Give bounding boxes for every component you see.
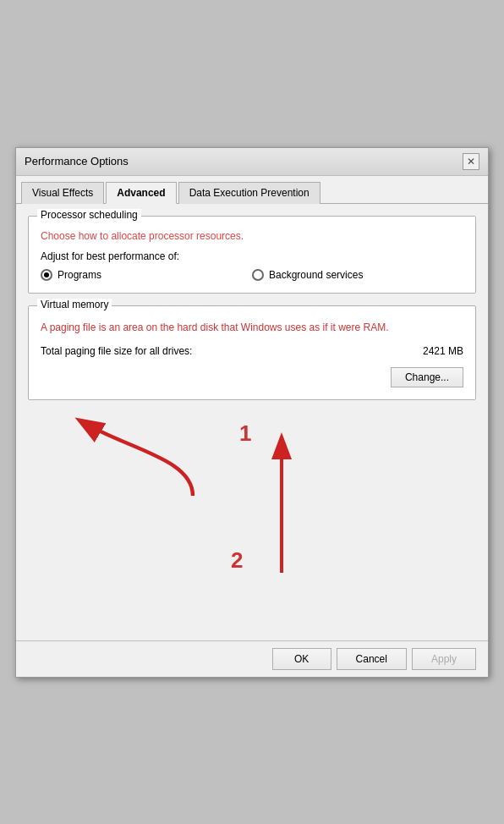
- processor-radio-row: Programs Background services: [41, 269, 463, 281]
- tab-bar: Visual Effects Advanced Data Execution P…: [16, 176, 488, 204]
- performance-options-window: Performance Options ✕ Visual Effects Adv…: [15, 147, 489, 678]
- radio-bg-services-label: Background services: [269, 269, 363, 281]
- virtual-memory-description: A paging file is an area on the hard dis…: [41, 320, 463, 335]
- window-title: Performance Options: [25, 155, 129, 168]
- tab-content: Processor scheduling Choose how to alloc…: [16, 204, 488, 640]
- processor-description: Choose how to allocate processor resourc…: [41, 230, 463, 242]
- footer: OK Cancel Apply: [16, 640, 488, 677]
- arrow-1-svg: [62, 412, 231, 505]
- processor-sub-label: Adjust for best performance of:: [41, 250, 463, 262]
- apply-button[interactable]: Apply: [412, 648, 476, 670]
- paging-size-row: Total paging file size for all drives: 2…: [41, 345, 463, 357]
- paging-value: 2421 MB: [423, 345, 463, 357]
- radio-bg-services-indicator: [252, 269, 264, 281]
- ok-button[interactable]: OK: [272, 648, 331, 670]
- paging-label: Total paging file size for all drives:: [41, 345, 397, 357]
- radio-programs-label: Programs: [58, 269, 101, 281]
- virtual-memory-section: Virtual memory A paging file is an area …: [28, 305, 476, 400]
- processor-section-title: Processor scheduling: [37, 209, 141, 221]
- change-button[interactable]: Change...: [391, 367, 463, 387]
- tab-visual-effects[interactable]: Visual Effects: [21, 182, 104, 204]
- radio-programs[interactable]: Programs: [41, 269, 252, 281]
- tab-advanced[interactable]: Advanced: [106, 182, 176, 204]
- arrow-2-svg: [231, 429, 332, 581]
- cancel-button[interactable]: Cancel: [337, 648, 407, 670]
- radio-bg-services[interactable]: Background services: [252, 269, 463, 281]
- annotation-label-2: 2: [231, 547, 243, 574]
- virtual-memory-title: Virtual memory: [37, 299, 112, 310]
- title-bar: Performance Options ✕: [16, 148, 488, 176]
- processor-scheduling-section: Processor scheduling Choose how to alloc…: [28, 216, 476, 294]
- annotation-area: 1 2: [28, 412, 476, 632]
- close-button[interactable]: ✕: [463, 153, 479, 170]
- tab-dep[interactable]: Data Execution Prevention: [178, 182, 320, 204]
- radio-programs-indicator: [41, 269, 52, 281]
